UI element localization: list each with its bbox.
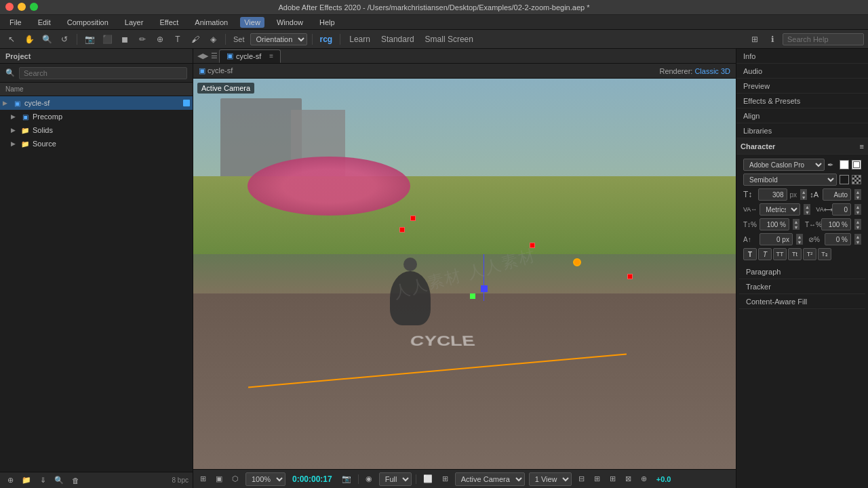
font-size-value[interactable]: 308 [758,188,787,201]
new-folder-btn[interactable]: 📁 [20,475,33,486]
all-caps-btn[interactable]: TT [773,248,787,260]
window-controls[interactable] [5,3,38,11]
search-help-input[interactable] [783,33,864,45]
toolbar-rotate[interactable]: ↺ [57,33,72,46]
toolbar-standard[interactable]: Standard [377,33,418,46]
toolbar-pen[interactable]: ✏ [135,33,150,46]
toolbar-shape[interactable]: ◼ [117,33,132,46]
toolbar-arrow[interactable]: ↖ [4,33,19,46]
3d-btn[interactable]: ⊞ [439,472,451,486]
fill-color-swatch[interactable] [840,160,849,169]
stroke-color-swatch[interactable] [852,160,861,169]
tracking-up[interactable]: ▲ [854,204,861,209]
kerning-dropdown[interactable]: Metrics [760,203,800,216]
toolbar-clone[interactable]: ⊕ [153,33,167,46]
region-btn[interactable]: ⬜ [420,472,435,486]
vert-scale-down[interactable]: ▼ [793,224,800,230]
toolbar-search[interactable]: ⊞ [747,33,762,46]
playback-cache[interactable]: ⬡ [229,472,241,486]
leading-value[interactable]: Auto [823,188,851,201]
horiz-scale-down[interactable]: ▼ [854,224,861,230]
eyedropper-icon[interactable]: ✒ [827,161,837,169]
panel-paragraph[interactable]: Paragraph [739,264,865,279]
project-search-input[interactable] [19,67,187,79]
superscript-btn[interactable]: T² [803,248,816,260]
project-item-precomp[interactable]: ▶ ▣ Precomp [0,110,193,123]
character-menu-icon[interactable]: ≡ [860,142,864,150]
panel-align[interactable]: Align [736,108,868,123]
orientation-dropdown[interactable]: Orientation [250,33,307,45]
project-item-cycle-sf[interactable]: ▶ ▣ cycle-sf [0,96,193,110]
camera-dropdown[interactable]: Active Camera [455,472,525,486]
project-item-solids[interactable]: ▶ 📁 Solids [0,123,193,137]
tsukuri-value[interactable]: 0 % [825,233,851,245]
tracking-down[interactable]: ▼ [854,209,861,215]
kerning-down[interactable]: ▼ [804,209,810,215]
toolbar-learn[interactable]: Learn [345,33,374,46]
close-button[interactable] [5,3,14,11]
tracking-value[interactable]: 0 [832,203,851,216]
panel-libraries[interactable]: Libraries [736,123,868,138]
new-comp-btn[interactable]: ⊕ [4,475,16,486]
comp-tab-close[interactable]: ≡ [269,52,273,60]
vert-scale-up[interactable]: ▲ [793,219,800,224]
pixel-motion-btn[interactable]: ⊕ [638,472,650,486]
transparency-btn[interactable]: ◉ [363,472,375,486]
menu-help[interactable]: Help [315,17,339,28]
menu-layer[interactable]: Layer [121,17,148,28]
menu-window[interactable]: Window [273,17,307,28]
color-swatch2[interactable] [840,175,849,184]
baseline-down[interactable]: ▼ [796,239,803,245]
project-item-source[interactable]: ▶ 📁 Source [0,137,193,150]
horiz-scale-value[interactable]: 100 % [821,218,851,230]
subscript-btn[interactable]: T₂ [818,248,831,260]
toolbar-zoom[interactable]: 🔍 [39,33,54,46]
vert-scale-value[interactable]: 100 % [760,218,789,230]
layer-controls-btn[interactable]: ⊠ [623,472,634,486]
horiz-scale-up[interactable]: ▲ [854,219,861,224]
toolbar-small-screen[interactable]: Small Screen [421,33,477,46]
tsukuri-up[interactable]: ▲ [854,234,861,239]
transparent-swatch[interactable] [852,175,861,184]
leading-up[interactable]: ▲ [854,189,861,195]
baseline-value[interactable]: 0 px [760,233,793,245]
small-caps-btn[interactable]: Tt [788,248,802,260]
panel-audio[interactable]: Audio [736,64,868,79]
toolbar-puppet[interactable]: ◈ [205,33,220,46]
menu-view[interactable]: View [240,17,264,28]
font-size-up[interactable]: ▲ [800,189,807,195]
font-style-dropdown[interactable]: Semibold [743,174,837,186]
toolbar-info[interactable]: ℹ [765,33,780,46]
panel-info[interactable]: Info [736,49,868,64]
panel-preview[interactable]: Preview [736,79,868,94]
italic-btn[interactable]: T [758,248,772,260]
panel-content-aware[interactable]: Content-Aware Fill [739,294,865,309]
tsukuri-down[interactable]: ▼ [854,239,861,245]
toolbar-mask[interactable]: ⬛ [100,33,115,46]
kerning-up[interactable]: ▲ [804,204,810,209]
toolbar-hand[interactable]: ✋ [22,33,37,46]
menu-file[interactable]: File [5,17,26,28]
menu-animation[interactable]: Animation [191,17,232,28]
resolution-dropdown[interactable]: Full [379,472,412,486]
font-size-down[interactable]: ▼ [800,195,807,200]
menu-edit[interactable]: Edit [34,17,55,28]
toolbar-text[interactable]: T [170,33,185,46]
zoom-dropdown[interactable]: 100% [245,472,285,486]
toolbar-brush[interactable]: 🖌 [188,33,203,46]
grid-btn[interactable]: ⊞ [591,472,603,486]
panel-effects[interactable]: Effects & Presets [736,94,868,108]
delete-btn[interactable]: 🗑 [69,475,81,486]
leading-down[interactable]: ▼ [854,195,861,200]
minimize-button[interactable] [18,3,26,11]
playback-region[interactable]: ▣ [213,472,225,486]
menu-effect[interactable]: Effect [155,17,182,28]
capture-frame[interactable]: 📷 [339,472,354,486]
import-btn[interactable]: ⇓ [37,475,49,486]
guides-btn[interactable]: ⊞ [607,472,618,486]
maximize-button[interactable] [30,3,38,11]
view-count-dropdown[interactable]: 1 View [529,472,572,486]
ruler-btn[interactable]: ⊟ [576,472,587,486]
search-btn[interactable]: 🔍 [53,475,65,486]
playback-home[interactable]: ⊞ [197,472,209,486]
